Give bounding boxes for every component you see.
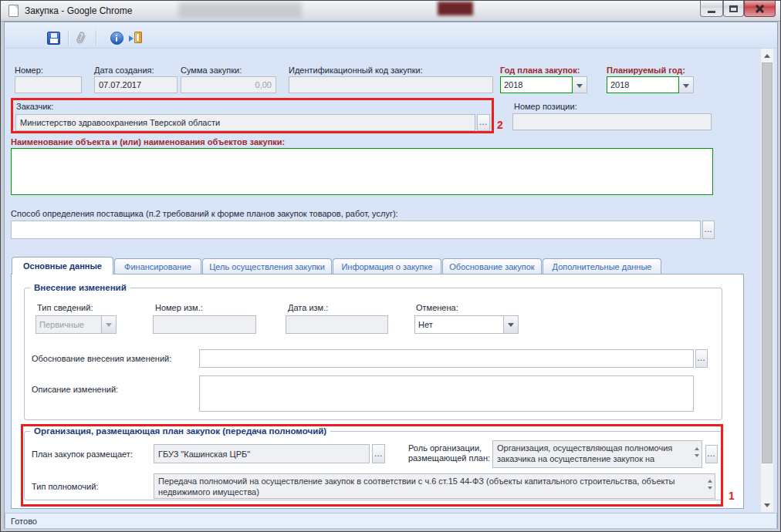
maximize-button[interactable]	[723, 1, 744, 17]
change-description-textarea[interactable]	[199, 375, 694, 412]
attachment-icon	[71, 28, 92, 49]
supplier-method-label: Способ определения поставщика (п.2 требо…	[11, 209, 398, 218]
scroll-down-button[interactable]	[761, 499, 773, 512]
arrow-up-icon	[764, 51, 770, 58]
plan-year-dropdown-button[interactable]	[573, 76, 587, 93]
plan-publisher-field: ГБУЗ "Кашинская ЦРБ"	[154, 444, 370, 463]
org-role-field: Организация, осуществляющая полномочия з…	[492, 440, 702, 468]
background-artifact	[178, 2, 302, 18]
save-icon	[47, 32, 60, 45]
toolbar-separator	[68, 30, 69, 45]
tab-cel-osushchestvleniya[interactable]: Цель осуществления закупки	[202, 258, 332, 274]
plan-publisher-picker-button[interactable]: ...	[372, 444, 385, 463]
number-label: Номер:	[15, 66, 43, 75]
purchase-amount-label: Сумма закупки:	[181, 66, 242, 75]
tab-informaciya-o-zakupke[interactable]: Информация о закупке	[333, 258, 441, 274]
authority-type-spinner[interactable]	[708, 477, 712, 492]
spin-down-icon	[708, 487, 712, 492]
object-name-label: Наименование объекта и (или) наименовани…	[11, 137, 285, 146]
identification-code-field	[289, 76, 493, 93]
window-title: Закупка - Google Chrome	[25, 5, 132, 16]
attachments-button[interactable]	[73, 29, 90, 46]
exit-icon	[129, 31, 144, 45]
exit-button[interactable]	[128, 29, 145, 46]
plan-year-combo[interactable]: 2018	[500, 76, 587, 93]
minimize-icon	[708, 11, 715, 13]
status-text: Готово	[11, 517, 37, 526]
annotation-label-1: 1	[729, 490, 735, 502]
tab-osnovnye-dannye[interactable]: Основные данные	[12, 257, 113, 274]
title-bar: Закупка - Google Chrome	[1, 1, 780, 22]
plan-year-label: Год плана закупок:	[500, 66, 580, 75]
supplier-method-picker-button[interactable]: ...	[702, 221, 715, 239]
planned-year-value: 2018	[607, 76, 679, 93]
spin-up-icon	[708, 477, 712, 483]
position-number-field	[512, 113, 712, 130]
status-bar: Готово	[5, 513, 777, 529]
document-icon	[8, 5, 19, 17]
scrollbar-thumb[interactable]	[762, 62, 773, 463]
planned-year-label: Планируемый год:	[607, 66, 685, 75]
vertical-scrollbar[interactable]	[760, 49, 773, 512]
tab-finansirovanie[interactable]: Финансирование	[114, 258, 201, 274]
supplier-method-field[interactable]	[11, 221, 701, 239]
tab-dopolnitelnye-dannye[interactable]: Дополнительные данные	[543, 258, 661, 274]
close-button[interactable]	[744, 1, 776, 17]
scroll-up-button[interactable]	[761, 49, 773, 62]
customer-field: Министерство здравоохранения Тверской об…	[15, 114, 475, 131]
change-reason-field[interactable]	[199, 349, 694, 368]
spin-up-icon	[695, 445, 699, 450]
number-field	[15, 76, 82, 93]
org-role-picker-button[interactable]: ...	[705, 445, 718, 463]
annotation-label-2: 2	[497, 119, 503, 131]
changes-legend: Внесение изменений	[30, 283, 130, 292]
position-number-label: Номер позиции:	[514, 102, 577, 111]
close-icon	[755, 4, 765, 14]
creation-date-label: Дата создания:	[94, 66, 154, 75]
planned-year-dropdown-button[interactable]	[679, 76, 694, 93]
chevron-down-icon	[576, 84, 583, 91]
tab-obosnovanie-zakupok[interactable]: Обоснование закупок	[442, 258, 542, 274]
authority-type-field: Передача полномочий на осуществление зак…	[154, 473, 715, 499]
identification-code-label: Идентификационный код закупки:	[289, 66, 423, 75]
app-window: Закупка - Google Chrome Номер: Дата созд…	[0, 0, 781, 532]
customer-label: Заказчик:	[16, 102, 53, 111]
plan-year-value: 2018	[500, 76, 573, 93]
minimize-button[interactable]	[700, 1, 723, 17]
object-name-textarea[interactable]	[11, 148, 713, 195]
chevron-down-icon	[683, 84, 689, 91]
purchase-amount-field: 0,00	[181, 76, 276, 93]
arrow-down-icon	[764, 503, 770, 510]
background-artifact	[438, 2, 473, 15]
organization-legend: Организация, размещающая план закупок (п…	[30, 426, 330, 436]
customer-picker-button[interactable]: ...	[477, 114, 490, 131]
info-icon	[110, 32, 123, 45]
spin-down-icon	[695, 454, 699, 460]
maximize-icon	[729, 5, 738, 12]
creation-date-field: 07.07.2017	[94, 76, 178, 93]
info-button[interactable]	[108, 29, 125, 46]
save-button[interactable]	[45, 29, 62, 46]
org-role-spinner[interactable]	[695, 445, 699, 460]
planned-year-combo[interactable]: 2018	[607, 76, 694, 93]
toolbar-separator	[96, 30, 97, 45]
change-reason-picker-button[interactable]: ...	[695, 349, 708, 368]
